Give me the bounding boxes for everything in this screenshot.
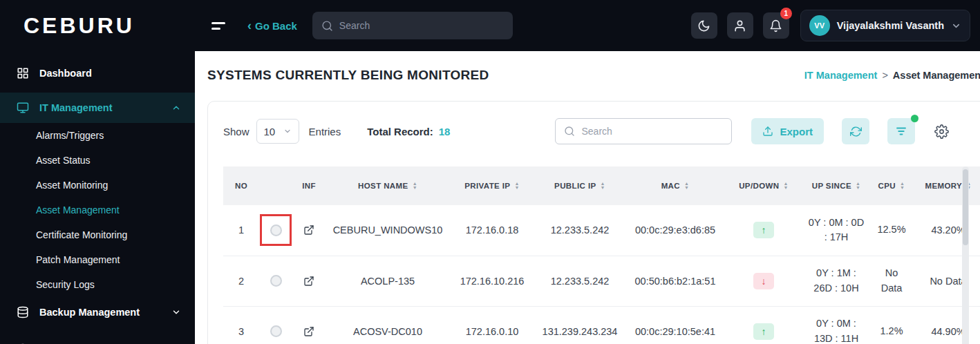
annotation-highlight-box [260,214,292,246]
col-up-down[interactable]: UP/DOWN▲▼ [725,166,802,205]
search-icon [564,126,575,137]
sort-icon[interactable]: ▲▼ [514,182,519,190]
col-memory[interactable]: MEMORY▲▼ [913,166,980,205]
export-label: Export [780,126,813,137]
row-select-radio[interactable] [270,275,282,287]
bell-icon [769,19,782,32]
notifications-button[interactable]: 1 [763,12,789,39]
cell-select [259,306,292,344]
sub-item-label: Asset Status [36,155,91,166]
chevron-left-icon: ‹ [247,21,252,30]
col-host-name[interactable]: HOST NAME▲▼ [326,166,450,205]
sort-icon[interactable]: ▲▼ [784,182,789,190]
settings-button[interactable] [934,124,949,139]
external-link-icon [303,276,314,287]
profile-button[interactable] [727,12,753,39]
sub-item-label: Security Logs [36,279,95,290]
chevron-up-icon [171,103,181,113]
cell-private-ip: 172.16.10.216 [450,256,534,306]
table-header-row: NO INF HOST NAME▲▼ PRIVATE IP▲▼ PUBLIC I… [223,166,980,205]
total-record: Total Record: 18 [367,126,450,137]
open-details-button[interactable] [303,276,314,287]
sidebar-item-security-logs[interactable]: Security Logs [0,272,195,297]
database-icon [17,306,29,318]
theme-toggle-button[interactable] [691,12,717,39]
topbar-search-input[interactable] [339,20,504,31]
table-row: 2 ACOLP-135 172.16.10.216 12.233.5.242 0… [223,256,980,306]
sub-item-label: Asset Monitoring [36,180,108,191]
table-search-input[interactable] [581,126,723,137]
cell-cpu: 1.2% [870,306,913,344]
sidebar-item-label: Backup Management [39,307,140,318]
brand-logo[interactable]: CEBURU [0,13,195,39]
cell-inf [292,256,326,306]
chevron-down-icon [951,21,961,31]
go-back-link[interactable]: ‹ Go Back [247,20,297,32]
sidebar-item-asset-status[interactable]: Asset Status [0,148,195,173]
status-badge: ↑ [753,222,774,238]
notification-badge: 1 [780,8,792,19]
sort-icon[interactable]: ▲▼ [601,182,605,190]
sidebar-item-alarms-triggers[interactable]: Alarms/Triggers [0,123,195,148]
col-private-ip[interactable]: PRIVATE IP▲▼ [450,166,534,205]
open-details-button[interactable] [303,326,314,337]
sidebar-item-it-management[interactable]: IT Management [0,93,195,123]
menu-toggle-button[interactable] [207,18,229,34]
col-cpu[interactable]: CPU▲▼ [870,166,913,205]
row-select-radio[interactable] [270,325,282,337]
col-select [259,166,292,205]
cell-up-since: 0Y : 1M : 26D : 10H [802,256,870,306]
page-size-select[interactable]: 10 [256,119,299,144]
col-up-since[interactable]: UP SINCE▲▼ [802,166,870,205]
sidebar: Dashboard IT Management Alarms/Triggers … [0,51,195,344]
search-icon [321,20,333,32]
cell-host-name: ACOLP-135 [326,256,450,306]
go-back-label: Go Back [255,20,297,32]
user-menu[interactable]: VV Vijayalakshmi Vasanth [800,10,970,41]
export-button[interactable]: Export [751,118,824,144]
cell-host-name: CEBURU_WINDOWS10 [326,205,450,256]
sidebar-item-partial[interactable] [0,334,195,344]
table-scrollbar[interactable] [962,166,969,344]
user-icon [733,19,746,32]
filter-active-dot [911,115,918,122]
sort-icon[interactable]: ▲▼ [856,182,860,190]
user-name: Vijayalakshmi Vasanth [837,20,944,31]
col-public-ip[interactable]: PUBLIC IP▲▼ [534,166,625,205]
monitor-icon [17,102,29,114]
sidebar-item-asset-monitoring[interactable]: Asset Monitoring [0,173,195,198]
breadcrumb-section[interactable]: IT Management [804,70,878,81]
sort-icon[interactable]: ▲▼ [684,182,689,190]
refresh-button[interactable] [842,118,869,144]
sidebar-item-label: Dashboard [39,68,92,79]
sub-item-label: Alarms/Triggers [36,130,104,141]
status-badge: ↑ [753,323,774,340]
cell-select [259,256,292,306]
sidebar-item-label: IT Management [39,102,113,113]
cell-up-since: 0Y : 0M : 0D : 17H [802,205,870,256]
table-row: 1 CEBURU_WINDOWS10 172.16.0.18 [223,205,980,256]
table-scrollbar-thumb[interactable] [963,169,968,245]
open-details-button[interactable] [303,224,314,236]
sidebar-item-dashboard[interactable]: Dashboard [0,58,195,88]
sidebar-item-backup-management[interactable]: Backup Management [0,297,195,327]
cell-inf [292,205,326,256]
sidebar-item-asset-management[interactable]: Asset Management [0,198,195,222]
sort-icon[interactable]: ▲▼ [413,182,417,190]
filter-button[interactable] [887,118,915,144]
row-select-radio[interactable] [270,224,282,236]
chevron-down-icon [283,127,292,135]
col-mac[interactable]: MAC▲▼ [625,166,725,205]
cell-memory: 44.90% [913,306,980,344]
systems-table-wrap: NO INF HOST NAME▲▼ PRIVATE IP▲▼ PUBLIC I… [208,161,980,344]
cell-cpu: No Data [870,256,913,306]
cell-memory: 43.20% [913,205,980,256]
sidebar-item-patch-management[interactable]: Patch Management [0,247,195,272]
col-no: NO [223,166,259,205]
cell-host-name: ACOSV-DC010 [326,306,450,344]
sort-icon[interactable]: ▲▼ [900,182,905,190]
total-record-value: 18 [439,126,451,137]
sidebar-item-certificate-monitoring[interactable]: Certificate Monitoring [0,222,195,247]
cell-no: 3 [223,306,259,344]
cell-up-down: ↑ [725,306,802,344]
